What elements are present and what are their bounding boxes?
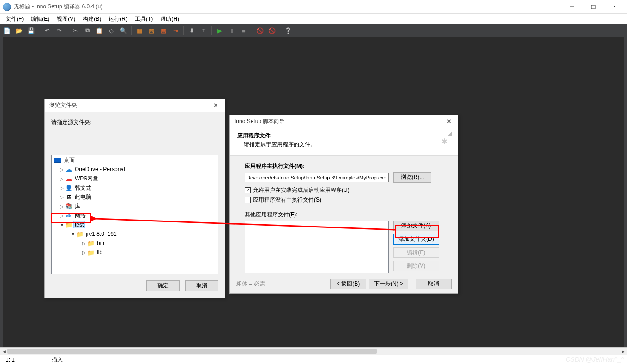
tree-pc[interactable]: ▷此电脑 bbox=[52, 192, 218, 202]
disable2-icon[interactable]: 🚫 bbox=[268, 26, 276, 35]
cancel-button[interactable]: 取消 bbox=[416, 279, 452, 289]
browse-dialog-titlebar[interactable]: 浏览文件夹 ✕ bbox=[45, 99, 225, 112]
tree-test[interactable]: ▾test bbox=[52, 220, 218, 229]
chevron-down-icon[interactable]: ▾ bbox=[59, 222, 65, 227]
minimize-button[interactable] bbox=[561, 0, 583, 14]
menu-help[interactable]: 帮助(H) bbox=[157, 14, 183, 24]
chevron-right-icon[interactable]: ▷ bbox=[59, 213, 65, 218]
add-folder-button[interactable]: 添加文件夹(D) bbox=[393, 234, 439, 245]
menubar: 文件(F) 编辑(E) 视图(V) 构建(B) 运行(R) 工具(T) 帮助(H… bbox=[0, 14, 627, 24]
undo-icon[interactable]: ↶ bbox=[43, 26, 51, 35]
close-button[interactable] bbox=[604, 0, 625, 14]
tree-jre[interactable]: ▾jre1.8.0_161 bbox=[52, 229, 218, 239]
browse-button[interactable]: 浏览(R)... bbox=[393, 172, 431, 183]
chevron-right-icon[interactable]: ▷ bbox=[59, 167, 65, 172]
copy-icon[interactable]: ⧉ bbox=[83, 26, 91, 35]
ok-button[interactable]: 确定 bbox=[146, 280, 180, 291]
edit-button[interactable]: 编辑(E) bbox=[393, 247, 439, 258]
main-exe-label: 应用程序主执行文件(M): bbox=[245, 162, 447, 170]
chevron-right-icon[interactable]: ▷ bbox=[59, 185, 65, 191]
computer-icon bbox=[65, 193, 73, 201]
redo-icon[interactable]: ↷ bbox=[55, 26, 63, 35]
tree-network[interactable]: ▷网络 bbox=[52, 211, 218, 220]
paste-icon[interactable]: 📋 bbox=[95, 26, 103, 35]
browse-dialog-title: 浏览文件夹 bbox=[49, 101, 77, 109]
statusbar: 1: 1 插入 bbox=[0, 355, 627, 364]
menu-run[interactable]: 运行(R) bbox=[105, 14, 131, 24]
delete-button[interactable]: 删除(V) bbox=[393, 261, 439, 271]
tree-wps[interactable]: ▷WPS网盘 bbox=[52, 174, 218, 183]
cloud-icon bbox=[65, 175, 73, 182]
wizard-title: Inno Setup 脚本向导 bbox=[235, 118, 285, 125]
delete-icon[interactable]: ◇ bbox=[107, 26, 115, 35]
chevron-right-icon[interactable]: ▷ bbox=[59, 204, 65, 209]
find-icon[interactable]: 🔍 bbox=[119, 26, 127, 35]
other-files-label: 其他应用程序文件(F): bbox=[245, 211, 447, 219]
watermark: CSDN @JeffHan^_^ bbox=[566, 356, 624, 363]
browse-folder-dialog: 浏览文件夹 ✕ 请指定源文件夹: 桌面 ▷OneDrive - Personal… bbox=[44, 99, 225, 298]
chevron-right-icon[interactable]: ▷ bbox=[59, 195, 65, 200]
save-icon[interactable]: 💾 bbox=[27, 26, 35, 35]
cancel-button[interactable]: 取消 bbox=[185, 280, 218, 291]
chevron-down-icon[interactable]: ▾ bbox=[70, 232, 76, 237]
hash-icon[interactable]: ⌗ bbox=[199, 26, 208, 35]
back-button[interactable]: < 返回(B) bbox=[330, 279, 366, 289]
svg-rect-0 bbox=[591, 5, 595, 9]
maximize-button[interactable] bbox=[583, 0, 604, 14]
wizard-titlebar[interactable]: Inno Setup 脚本向导 ✕ bbox=[230, 115, 458, 128]
tree-bin[interactable]: ▷bin bbox=[52, 239, 218, 248]
other-files-listbox[interactable] bbox=[245, 221, 389, 273]
compile3-icon[interactable]: ▩ bbox=[159, 26, 168, 35]
download-icon[interactable]: ⬇ bbox=[187, 26, 196, 35]
menu-edit[interactable]: 编辑(E) bbox=[27, 14, 53, 24]
new-icon[interactable]: 📄 bbox=[3, 26, 11, 35]
help-icon[interactable]: ❔ bbox=[284, 26, 292, 35]
disable1-icon[interactable]: 🚫 bbox=[256, 26, 264, 35]
compile2-icon[interactable]: ▧ bbox=[147, 26, 156, 35]
allow-launch-checkbox[interactable]: ✓允许用户在安装完成后启动应用程序(U) bbox=[245, 186, 350, 194]
next-button[interactable]: 下一步(N) > bbox=[369, 279, 408, 289]
wizard-header: 应用程序文件 请指定属于应用程序的文件。 bbox=[230, 128, 458, 156]
tree-lib[interactable]: ▷库 bbox=[52, 202, 218, 211]
add-file-button[interactable]: 添加文件(A) bbox=[393, 221, 439, 231]
no-main-exe-checkbox[interactable]: 应用程序没有主执行文件(S) bbox=[245, 196, 321, 204]
status-insert-mode: 插入 bbox=[52, 356, 63, 364]
tree-onedrive[interactable]: ▷OneDrive - Personal bbox=[52, 165, 218, 174]
person-icon bbox=[65, 184, 73, 191]
chevron-right-icon[interactable]: ▷ bbox=[81, 250, 87, 255]
cloud-icon bbox=[65, 166, 73, 173]
menu-build[interactable]: 构建(B) bbox=[79, 14, 105, 24]
scroll-left-arrow-icon[interactable]: ◀ bbox=[0, 348, 7, 355]
wizard-header-subtitle: 请指定属于应用程序的文件。 bbox=[244, 141, 451, 149]
pause-icon[interactable]: ⏸ bbox=[228, 26, 236, 35]
compile-icon[interactable]: ▦ bbox=[135, 26, 144, 35]
wizard-header-title: 应用程序文件 bbox=[237, 132, 451, 140]
menu-tools[interactable]: 工具(T) bbox=[131, 14, 157, 24]
tree-lib-folder[interactable]: ▷lib bbox=[52, 248, 218, 257]
menu-view[interactable]: 视图(V) bbox=[53, 14, 79, 24]
chevron-right-icon[interactable]: ▷ bbox=[59, 176, 65, 181]
cut-icon[interactable]: ✂ bbox=[71, 26, 79, 35]
main-exe-input[interactable] bbox=[245, 173, 389, 182]
output-icon[interactable]: ⇥ bbox=[171, 26, 180, 35]
browse-instruction: 请指定源文件夹: bbox=[45, 112, 225, 129]
close-icon[interactable]: ✕ bbox=[445, 118, 453, 125]
stop-icon[interactable]: ■ bbox=[240, 26, 248, 35]
close-icon[interactable]: ✕ bbox=[211, 102, 220, 109]
chevron-right-icon[interactable]: ▷ bbox=[81, 241, 87, 246]
tree-desktop[interactable]: 桌面 bbox=[52, 155, 218, 165]
horizontal-scrollbar[interactable]: ◀ ▶ bbox=[0, 347, 627, 355]
menu-file[interactable]: 文件(F) bbox=[2, 14, 27, 24]
folder-tree[interactable]: 桌面 ▷OneDrive - Personal ▷WPS网盘 ▷韩文龙 ▷此电脑… bbox=[51, 155, 218, 274]
open-icon[interactable]: 📂 bbox=[15, 26, 23, 35]
status-cursor-pos: 1: 1 bbox=[6, 357, 15, 363]
window-titlebar: 无标题 - Inno Setup 编译器 6.0.4 (u) bbox=[0, 0, 627, 14]
folder-icon bbox=[87, 239, 95, 247]
folder-icon bbox=[87, 249, 95, 256]
scroll-right-arrow-icon[interactable]: ▶ bbox=[620, 348, 627, 355]
folder-icon bbox=[76, 230, 84, 238]
tree-user[interactable]: ▷韩文龙 bbox=[52, 183, 218, 192]
bold-required-hint: 粗体 = 必需 bbox=[236, 280, 265, 288]
app-icon bbox=[3, 3, 11, 11]
run-icon[interactable]: ▶ bbox=[216, 26, 224, 35]
